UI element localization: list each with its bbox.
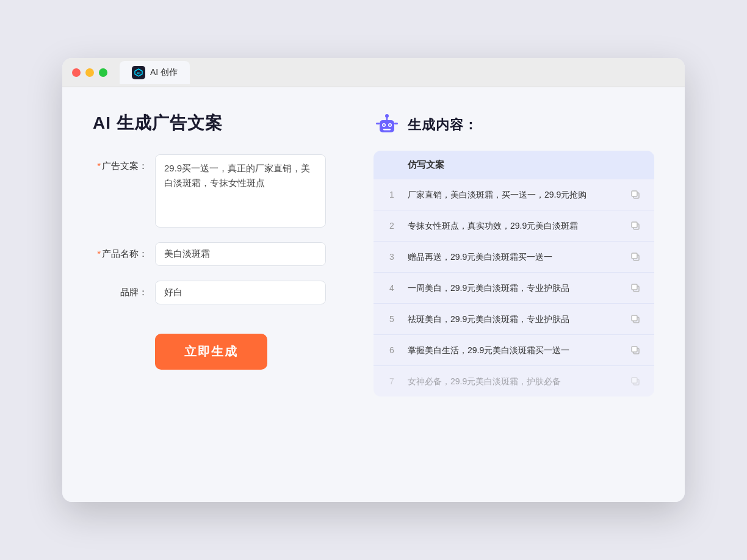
ad-copy-label: *广告文案： (93, 154, 148, 172)
svg-point-4 (385, 114, 389, 118)
page-title: AI 生成广告文案 (93, 112, 349, 135)
result-item-6: 6 掌握美白生活，29.9元美白淡斑霜买一送一 (374, 335, 654, 366)
close-button[interactable] (72, 68, 81, 77)
svg-text:AI: AI (137, 71, 140, 74)
brand-group: 品牌： (93, 281, 349, 304)
maximize-button[interactable] (99, 68, 107, 77)
svg-rect-2 (380, 120, 394, 132)
copy-icon-3[interactable] (629, 250, 642, 264)
product-name-label: *产品名称： (93, 242, 148, 260)
ai-tab[interactable]: AI AI 创作 (120, 61, 190, 84)
svg-rect-15 (632, 222, 637, 228)
result-text-5: 祛斑美白，29.9元美白淡斑霜，专业护肤品 (408, 313, 619, 326)
product-name-required: * (97, 248, 101, 259)
copy-icon-6[interactable] (629, 343, 642, 357)
result-num-5: 5 (386, 314, 398, 324)
copy-icon-7[interactable] (629, 375, 642, 388)
result-num-4: 4 (386, 283, 398, 293)
product-name-group: *产品名称： (93, 242, 349, 266)
svg-rect-19 (632, 284, 637, 290)
copy-icon-4[interactable] (629, 281, 642, 295)
svg-rect-21 (632, 315, 637, 321)
result-item-7: 7 女神必备，29.9元美白淡斑霜，护肤必备 (374, 366, 654, 397)
browser-content: AI 生成广告文案 *广告文案： *产品名称： 品牌： 立 (62, 87, 685, 502)
result-num-6: 6 (386, 345, 398, 355)
svg-point-8 (389, 124, 391, 126)
result-text-6: 掌握美白生活，29.9元美白淡斑霜买一送一 (408, 344, 619, 357)
left-panel: AI 生成广告文案 *广告文案： *产品名称： 品牌： 立 (93, 112, 349, 478)
results-container: 仿写文案 1 厂家直销，美白淡斑霜，买一送一，29.9元抢购 2 专抹女性斑点，… (374, 151, 654, 397)
result-item-5: 5 祛斑美白，29.9元美白淡斑霜，专业护肤品 (374, 304, 654, 335)
result-num-7: 7 (386, 376, 398, 386)
generate-button[interactable]: 立即生成 (155, 334, 267, 370)
svg-rect-17 (632, 253, 637, 259)
copy-icon-5[interactable] (629, 312, 642, 326)
right-panel-title: 生成内容： (408, 116, 478, 134)
traffic-lights (72, 68, 107, 77)
result-text-7: 女神必备，29.9元美白淡斑霜，护肤必备 (408, 375, 619, 388)
results-header-label: 仿写文案 (408, 159, 444, 170)
svg-rect-13 (632, 191, 637, 196)
result-item-4: 4 一周美白，29.9元美白淡斑霜，专业护肤品 (374, 273, 654, 304)
brand-input[interactable] (155, 281, 326, 304)
result-item-3: 3 赠品再送，29.9元美白淡斑霜买一送一 (374, 242, 654, 273)
result-num-2: 2 (386, 221, 398, 231)
result-num-1: 1 (386, 190, 398, 199)
result-text-1: 厂家直销，美白淡斑霜，买一送一，29.9元抢购 (408, 188, 619, 201)
result-item-1: 1 厂家直销，美白淡斑霜，买一送一，29.9元抢购 (374, 179, 654, 210)
ad-copy-group: *广告文案： (93, 154, 349, 228)
svg-rect-10 (376, 123, 380, 124)
ad-copy-input[interactable] (155, 154, 326, 228)
tab-ai-icon: AI (132, 66, 145, 79)
copy-icon-1[interactable] (629, 188, 642, 201)
svg-rect-25 (632, 378, 637, 383)
svg-rect-11 (394, 123, 398, 124)
right-panel: 生成内容： 仿写文案 1 厂家直销，美白淡斑霜，买一送一，29.9元抢购 2 专… (374, 112, 654, 478)
results-list: 1 厂家直销，美白淡斑霜，买一送一，29.9元抢购 2 专抹女性斑点，真实功效，… (374, 179, 654, 397)
result-text-4: 一周美白，29.9元美白淡斑霜，专业护肤品 (408, 282, 619, 295)
results-header: 仿写文案 (374, 151, 654, 179)
titlebar: AI AI 创作 (62, 58, 685, 87)
right-header: 生成内容： (374, 112, 654, 138)
browser-window: AI AI 创作 AI 生成广告文案 *广告文案： *产品名称： (62, 58, 685, 502)
result-text-2: 专抹女性斑点，真实功效，29.9元美白淡斑霜 (408, 220, 619, 232)
result-text-3: 赠品再送，29.9元美白淡斑霜买一送一 (408, 251, 619, 264)
tab-label: AI 创作 (150, 67, 178, 78)
ad-copy-required: * (97, 160, 101, 171)
svg-rect-9 (383, 129, 391, 131)
result-num-3: 3 (386, 252, 398, 262)
minimize-button[interactable] (85, 68, 94, 77)
svg-point-7 (383, 124, 385, 126)
robot-icon (374, 112, 400, 138)
copy-icon-2[interactable] (629, 219, 642, 232)
result-item-2: 2 专抹女性斑点，真实功效，29.9元美白淡斑霜 (374, 210, 654, 242)
product-name-input[interactable] (155, 242, 326, 266)
brand-label: 品牌： (93, 281, 148, 298)
svg-rect-23 (632, 346, 637, 352)
